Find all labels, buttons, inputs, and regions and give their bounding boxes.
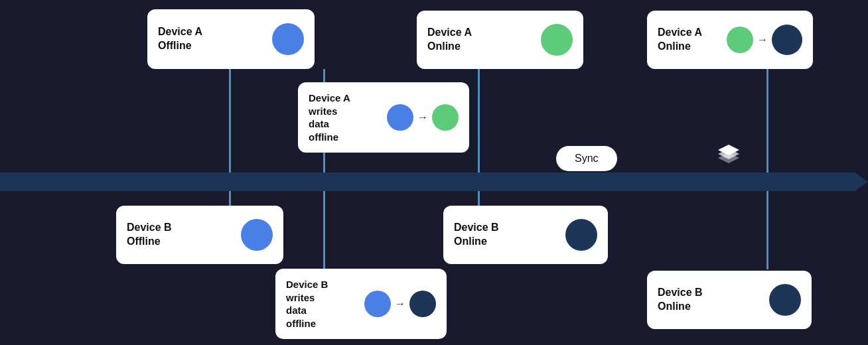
device-a-online2-circle1 [727,27,753,53]
connector-device-b-writes [323,191,325,269]
card-device-b-offline-label: Device B Offline [127,221,233,249]
arrow-icon2: → [757,34,768,46]
card-device-a-online2: Device A Online → [647,11,813,69]
card-device-a-online2-label: Device A Online [658,26,719,54]
card-device-a-online2-icons: → [727,25,802,55]
connector-device-a-online2 [766,69,768,172]
card-device-a-offline: Device A Offline [147,9,315,69]
card-device-b-online2-label: Device B Online [658,286,761,314]
card-device-b-online2-icons [769,284,801,316]
card-device-a-online1-label: Device A Online [427,26,533,54]
device-b-online1-circle [565,219,597,251]
card-device-b-writes-label: Device B writes data offline [286,278,356,330]
device-a-online2-circle2 [772,25,802,55]
layers-icon [717,142,741,169]
card-device-b-writes: Device B writes data offline → [275,269,447,339]
device-a-online1-circle [541,24,573,56]
card-device-a-writes-icons: → [387,104,459,131]
arrow-icon: → [417,111,428,123]
device-a-writes-circle1 [387,104,413,131]
connector-device-a-online1 [478,69,480,172]
card-device-a-online1: Device A Online [417,11,583,69]
device-b-writes-circle1 [364,291,391,317]
timeline [0,172,868,191]
card-device-b-offline: Device B Offline [116,206,283,264]
device-b-writes-circle2 [409,291,436,317]
sync-pill: Sync [556,146,617,171]
card-device-b-online2: Device B Online [647,271,812,329]
card-device-a-offline-icons [272,23,304,55]
card-device-a-writes: Device A writes data offline → [298,82,469,153]
card-device-b-online1-label: Device B Online [454,221,557,249]
connector-device-b-online2 [766,191,768,269]
card-device-b-writes-icons: → [364,291,436,317]
card-device-b-offline-icons [241,219,273,251]
arrow-icon3: → [395,298,405,310]
connector-device-a-offline [229,69,231,172]
sync-label: Sync [575,153,599,164]
device-b-offline-circle [241,219,273,251]
device-b-online2-circle [769,284,801,316]
card-device-a-offline-label: Device A Offline [158,25,264,53]
device-a-writes-circle2 [432,104,459,131]
card-device-b-online1: Device B Online [443,206,608,264]
device-a-offline-circle [272,23,304,55]
card-device-a-online1-icons [541,24,573,56]
card-device-b-online1-icons [565,219,597,251]
card-device-a-writes-label: Device A writes data offline [309,92,379,143]
